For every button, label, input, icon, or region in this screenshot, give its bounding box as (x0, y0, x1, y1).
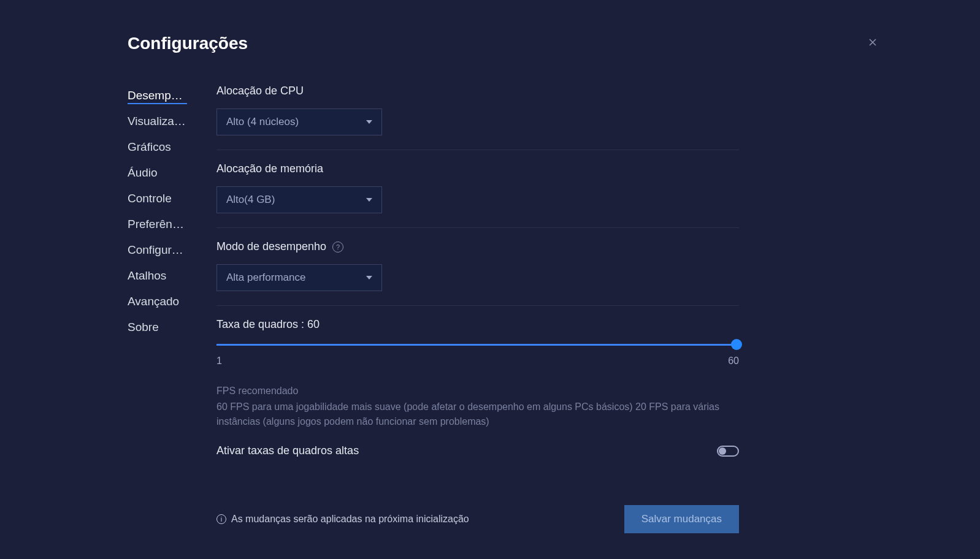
sidebar-item-label: Preferências (128, 218, 187, 230)
sidebar-item-label: Atalhos (128, 269, 166, 282)
setting-group-performance: Modo de desempenho ? Alta performance (216, 240, 739, 306)
framerate-slider[interactable] (216, 338, 739, 351)
setting-group-cpu: Alocação de CPU Alto (4 núcleos) (216, 85, 739, 150)
performance-select[interactable]: Alta performance (216, 264, 382, 291)
info-icon: i (216, 514, 226, 524)
sidebar-item-controle[interactable]: Controle (128, 186, 187, 211)
help-icon[interactable]: ? (332, 241, 343, 253)
setting-group-memory: Alocação de memória Alto(4 GB) (216, 162, 739, 228)
sidebar-item-label: Configurações do disposit… (128, 243, 187, 256)
close-button[interactable] (863, 33, 882, 54)
framerate-label: Taxa de quadros : 60 (216, 318, 739, 331)
content-panel: Alocação de CPU Alto (4 núcleos) Alocaçã… (187, 83, 739, 533)
sidebar-item-label: Controle (128, 192, 172, 205)
chevron-down-icon (366, 276, 372, 280)
fps-recommend: FPS recomendado 60 FPS para uma jogabili… (216, 384, 739, 429)
setting-label-performance: Modo de desempenho ? (216, 240, 739, 253)
slider-min: 1 (216, 356, 222, 367)
chevron-down-icon (366, 198, 372, 202)
sidebar-item-label: Áudio (128, 166, 158, 179)
close-icon (867, 36, 879, 48)
sidebar-item-label: Gráficos (128, 140, 171, 153)
sidebar-item-sobre[interactable]: Sobre (128, 314, 187, 340)
fps-recommend-title: FPS recomendado (216, 384, 739, 398)
sidebar-item-avancado[interactable]: Avançado (128, 289, 187, 314)
sidebar-item-label: Desempenho (128, 89, 187, 104)
sidebar-item-label: Visualização (128, 115, 187, 127)
sidebar-item-dispositivo[interactable]: Configurações do disposit… (128, 237, 187, 263)
sidebar-item-desempenho[interactable]: Desempenho (128, 83, 187, 108)
setting-group-framerate: Taxa de quadros : 60 1 60 FPS recomendad… (216, 318, 739, 471)
slider-range: 1 60 (216, 356, 739, 367)
toggle-knob (719, 447, 726, 455)
high-fps-row: Ativar taxas de quadros altas (216, 444, 739, 457)
setting-label-memory: Alocação de memória (216, 162, 739, 175)
memory-select[interactable]: Alto(4 GB) (216, 186, 382, 213)
sidebar-item-atalhos[interactable]: Atalhos (128, 263, 187, 289)
slider-max: 60 (728, 356, 739, 367)
cpu-select-value: Alto (4 núcleos) (226, 116, 299, 128)
page-title: Configurações (128, 34, 248, 53)
footer-note: i As mudanças serão aplicadas na próxima… (216, 514, 469, 525)
fps-recommend-body: 60 FPS para uma jogabilidade mais suave … (216, 400, 739, 429)
memory-select-value: Alto(4 GB) (226, 194, 275, 206)
footer: i As mudanças serão aplicadas na próxima… (216, 505, 739, 533)
sidebar-item-graficos[interactable]: Gráficos (128, 134, 187, 160)
high-fps-label: Ativar taxas de quadros altas (216, 444, 359, 457)
setting-label-cpu: Alocação de CPU (216, 85, 739, 97)
sidebar-item-audio[interactable]: Áudio (128, 160, 187, 186)
sidebar-item-label: Sobre (128, 321, 159, 333)
sidebar-item-preferencias[interactable]: Preferências (128, 211, 187, 237)
save-button[interactable]: Salvar mudanças (624, 505, 739, 533)
slider-line (216, 344, 739, 346)
sidebar-item-label: Avançado (128, 295, 179, 308)
header: Configurações (0, 34, 980, 53)
slider-handle[interactable] (731, 339, 742, 350)
cpu-select[interactable]: Alto (4 núcleos) (216, 108, 382, 135)
performance-select-value: Alta performance (226, 272, 305, 284)
high-fps-toggle[interactable] (717, 446, 739, 457)
chevron-down-icon (366, 120, 372, 124)
sidebar: Desempenho Visualização Gráficos Áudio C… (0, 83, 187, 533)
footer-note-text: As mudanças serão aplicadas na próxima i… (231, 514, 469, 525)
sidebar-item-visualizacao[interactable]: Visualização (128, 108, 187, 134)
